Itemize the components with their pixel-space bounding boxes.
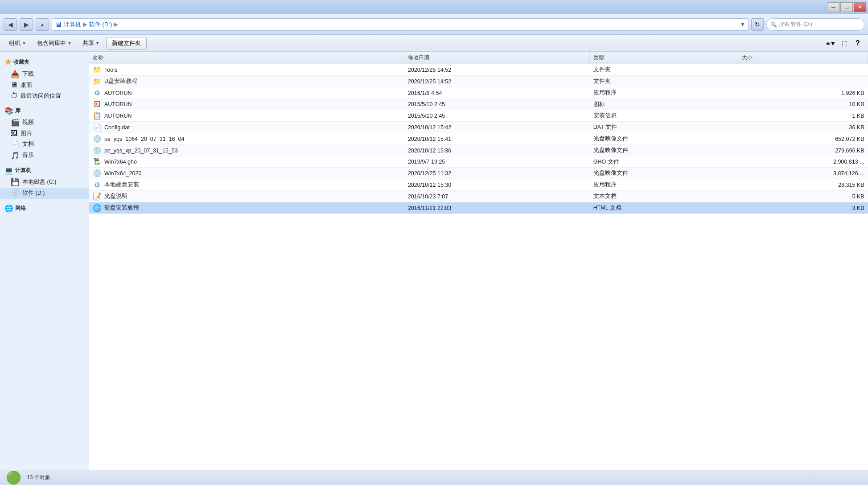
file-size	[738, 76, 868, 87]
d-drive-label: 软件 (D:)	[22, 189, 45, 197]
up-button[interactable]: ▲	[36, 18, 49, 31]
file-size: 3 KB	[738, 202, 868, 214]
col-name-header[interactable]: 名称	[89, 52, 404, 64]
downloads-icon: 📥	[11, 70, 20, 78]
file-date: 2016/11/21 22:03	[404, 202, 590, 214]
sidebar-item-d-drive[interactable]: 💿 软件 (D:)	[0, 188, 89, 199]
breadcrumb[interactable]: 🖥 计算机 ▶ 软件 (D:) ▶ ▼	[52, 18, 749, 31]
organize-label: 组织	[9, 39, 21, 47]
sidebar-item-recent[interactable]: ⏱ 最近访问的位置	[0, 90, 89, 101]
file-name-cell: 📋AUTORUN	[89, 110, 404, 122]
sidebar-item-music[interactable]: 🎵 音乐	[0, 150, 89, 161]
file-date: 2020/10/12 15:41	[404, 133, 590, 145]
table-row[interactable]: 💿pe_yqs_1064_20_07_31_16_042020/10/12 15…	[89, 133, 868, 145]
c-drive-label: 本地磁盘 (C:)	[22, 178, 56, 186]
file-name: AUTORUN	[104, 113, 132, 119]
file-icon: 💿	[93, 169, 102, 177]
sidebar-item-downloads[interactable]: 📥 下载	[0, 69, 89, 80]
share-arrow: ▼	[95, 41, 100, 45]
preview-pane-button[interactable]: ⬚	[839, 38, 850, 49]
downloads-label: 下载	[22, 70, 34, 78]
help-button[interactable]: ?	[852, 38, 864, 49]
file-list[interactable]: 名称 修改日期 类型 大小 📁Tools2020/12/25 14:52文件夹📁…	[89, 52, 868, 470]
maximize-button[interactable]: □	[840, 2, 853, 12]
table-row[interactable]: 💿pe_yqs_xp_20_07_31_15_532020/10/12 15:3…	[89, 145, 868, 156]
file-type: 光盘映像文件	[590, 133, 738, 145]
computer-header: 💻 计算机	[0, 164, 89, 177]
file-icon: ⚙	[93, 89, 102, 97]
col-size-header[interactable]: 大小	[738, 52, 868, 64]
file-size: 36 KB	[738, 122, 868, 133]
file-name: pe_yqs_1064_20_07_31_16_04	[104, 136, 184, 142]
recent-label: 最近访问的位置	[21, 92, 61, 100]
table-header-row: 名称 修改日期 类型 大小	[89, 52, 868, 64]
search-icon: 🔍	[770, 21, 777, 28]
minimize-button[interactable]: ─	[827, 2, 839, 12]
toolbar-right: ≡▼ ⬚ ?	[825, 38, 864, 49]
forward-button[interactable]: ▶	[20, 18, 33, 31]
sidebar-item-pictures[interactable]: 🖼 图片	[0, 128, 89, 139]
back-button[interactable]: ◀	[4, 18, 17, 31]
pictures-label: 图片	[21, 130, 32, 137]
computer-label: 计算机	[15, 167, 31, 174]
breadcrumb-drive[interactable]: 软件 (D:)	[89, 21, 112, 29]
file-size	[738, 64, 868, 76]
table-row[interactable]: 🌐硬盘安装教程2016/11/21 22:03HTML 文档3 KB	[89, 202, 868, 214]
recent-icon: ⏱	[11, 92, 18, 100]
refresh-button[interactable]: ↻	[751, 18, 764, 31]
documents-icon: 📄	[11, 140, 20, 148]
main-layout: ★ 收藏夹 📥 下载 🖥 桌面 ⏱ 最近访问的位置 📚 库 �	[0, 52, 868, 470]
col-date-header[interactable]: 修改日期	[404, 52, 590, 64]
file-name-cell: 📁Tools	[89, 64, 404, 76]
col-type-header[interactable]: 类型	[590, 52, 738, 64]
table-row[interactable]: 💿Win7x64_20202020/12/25 11:32光盘映像文件3,874…	[89, 168, 868, 179]
breadcrumb-sep-2: ▶	[114, 21, 118, 28]
table-row[interactable]: 🗜Win7x64.gho2019/9/7 19:25GHO 文件2,900,81…	[89, 156, 868, 168]
file-type: GHO 文件	[590, 156, 738, 168]
table-row[interactable]: ⚙本地硬盘安装2020/10/12 15:30应用程序28,315 KB	[89, 179, 868, 191]
desktop-icon: 🖥	[11, 81, 18, 89]
file-name: Win7x64_2020	[104, 170, 141, 177]
table-row[interactable]: 📁U盘安装教程2020/12/25 14:52文件夹	[89, 76, 868, 87]
share-button[interactable]: 共享 ▼	[78, 37, 104, 49]
file-type: 文件夹	[590, 64, 738, 76]
archive-button[interactable]: 包含到库中 ▼	[33, 37, 76, 49]
file-table: 名称 修改日期 类型 大小 📁Tools2020/12/25 14:52文件夹📁…	[89, 52, 868, 214]
organize-button[interactable]: 组织 ▼	[4, 37, 31, 49]
favorites-label: 收藏夹	[13, 58, 29, 66]
table-row[interactable]: 📄Config.dat2020/10/12 15:42DAT 文件36 KB	[89, 122, 868, 133]
breadcrumb-dropdown-icon[interactable]: ▼	[740, 21, 745, 28]
status-icon: 🟢	[5, 470, 21, 485]
breadcrumb-computer[interactable]: 计算机	[64, 21, 81, 29]
file-size: 10 KB	[738, 99, 868, 110]
search-box[interactable]: 🔍 搜索 软件 (D:)	[766, 18, 864, 31]
sidebar-item-video[interactable]: 🎬 视频	[0, 117, 89, 128]
video-icon: 🎬	[11, 118, 20, 127]
computer-icon: 🖥	[55, 21, 62, 29]
table-row[interactable]: 🖼AUTORUN2015/5/10 2:45图标10 KB	[89, 99, 868, 110]
desktop-label: 桌面	[21, 82, 32, 89]
share-label: 共享	[82, 39, 94, 47]
table-row[interactable]: ⚙AUTORUN2016/1/8 4:54应用程序1,926 KB	[89, 87, 868, 99]
file-name-cell: 💿Win7x64_2020	[89, 168, 404, 179]
close-button[interactable]: ✕	[854, 2, 866, 12]
file-icon: ⚙	[93, 181, 102, 189]
file-type: 文件夹	[590, 76, 738, 87]
sidebar-item-c-drive[interactable]: 💾 本地磁盘 (C:)	[0, 177, 89, 188]
table-row[interactable]: 📋AUTORUN2015/5/10 2:45安装信息1 KB	[89, 110, 868, 122]
favorites-section: ★ 收藏夹 📥 下载 🖥 桌面 ⏱ 最近访问的位置	[0, 55, 89, 101]
file-date: 2019/9/7 19:25	[404, 156, 590, 168]
table-row[interactable]: 📝光盘说明2016/10/23 7:07文本文档5 KB	[89, 191, 868, 202]
view-toggle-button[interactable]: ≡▼	[825, 38, 837, 49]
file-size: 28,315 KB	[738, 179, 868, 191]
file-name: U盘安装教程	[104, 78, 137, 85]
sidebar-item-documents[interactable]: 📄 文档	[0, 139, 89, 150]
pictures-icon: 🖼	[11, 129, 18, 137]
file-icon: 🖼	[93, 100, 102, 108]
file-type: 应用程序	[590, 87, 738, 99]
new-folder-button[interactable]: 新建文件夹	[106, 37, 147, 49]
file-date: 2016/1/8 4:54	[404, 87, 590, 99]
sidebar-item-desktop[interactable]: 🖥 桌面	[0, 80, 89, 90]
c-drive-icon: 💾	[11, 178, 20, 186]
table-row[interactable]: 📁Tools2020/12/25 14:52文件夹	[89, 64, 868, 76]
